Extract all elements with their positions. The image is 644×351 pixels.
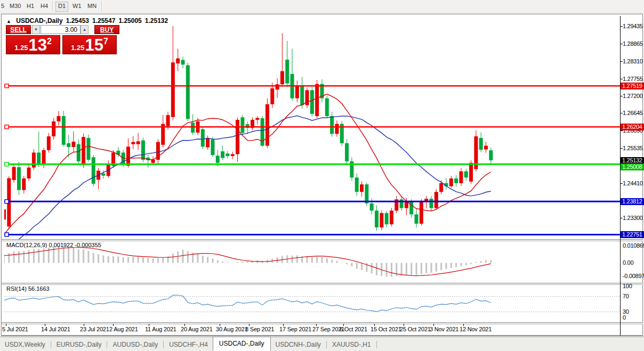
- macd-layer: [4, 246, 492, 276]
- date-axis-border: [2, 335, 643, 336]
- timeframe-w1[interactable]: W1: [70, 2, 84, 11]
- tab-separator: [163, 341, 164, 348]
- collapse-arrow-icon[interactable]: ▲: [6, 19, 11, 24]
- bid-big-digits: 13: [28, 37, 46, 53]
- volume-up-button[interactable]: ▲: [80, 25, 88, 34]
- tab-usdx-weekly[interactable]: USDX,Weekly: [0, 339, 50, 350]
- macd-scale-zero: 0.00: [623, 259, 644, 266]
- ohlc-open: 1.25453: [66, 17, 89, 25]
- ask-price-box[interactable]: 1.25 15 7: [62, 35, 117, 54]
- pane-splitter-rsi[interactable]: [2, 283, 643, 285]
- tab-separator: [51, 341, 51, 348]
- timeframe-toolbar: 5 M30 H1 H4 D1 W1 MN: [0, 0, 644, 13]
- tab-xauusd-h1[interactable]: XAUUSD-,H1: [327, 339, 376, 350]
- rsi-scale-0: 0: [623, 314, 644, 321]
- price-axis-separator: [620, 16, 621, 336]
- pane-splitter-macd[interactable]: [2, 239, 643, 241]
- ohlc-high: 1.25547: [92, 17, 115, 25]
- timeframe-d1[interactable]: D1: [55, 2, 68, 12]
- rsi-label: RSI(14) 56.1663: [6, 285, 50, 292]
- ask-prefix: 1.25: [71, 44, 84, 52]
- bid-pip-digit: 2: [47, 37, 52, 46]
- ohlc-low: 1.25005: [118, 17, 141, 25]
- macd-scale-min: -0.008974: [623, 273, 644, 279]
- chart-tab-bar: USDX,Weekly EURUSD-,Daily AUDUSD-,Daily …: [0, 337, 644, 351]
- symbol-label: USDCAD-,Daily: [16, 17, 62, 25]
- sell-button[interactable]: SELL: [6, 25, 31, 34]
- bid-prefix: 1.25: [14, 44, 28, 52]
- pane-splitter-dates: [2, 322, 643, 324]
- ohlc-close: 1.25132: [145, 17, 168, 25]
- timeframe-m5[interactable]: 5: [0, 2, 6, 11]
- tab-usdcnh-daily[interactable]: USDCNH-,Daily: [271, 339, 326, 350]
- tab-usdchf-h4[interactable]: USDCHF-,H4: [164, 339, 213, 350]
- macd-scale-max: 0.010869: [623, 242, 644, 249]
- candles-layer: [4, 26, 493, 251]
- ask-pip-digit: 7: [103, 37, 108, 46]
- timeframe-m30[interactable]: M30: [7, 2, 23, 11]
- toolbar-separator: [101, 1, 102, 11]
- tab-separator: [107, 341, 107, 348]
- timeframe-h1[interactable]: H1: [25, 2, 36, 11]
- volume-down-button[interactable]: ▼: [32, 25, 40, 34]
- timeframe-h4[interactable]: H4: [38, 2, 50, 11]
- macd-label: MACD(12,26,9) 0.001922 -0.000355: [6, 242, 101, 248]
- buy-button[interactable]: BUY: [94, 25, 119, 34]
- tab-eurusd-daily[interactable]: EURUSD-,Daily: [52, 339, 107, 350]
- timeframe-mn[interactable]: MN: [85, 2, 99, 11]
- tab-separator: [326, 341, 327, 348]
- rsi-layer: [4, 295, 620, 312]
- rsi-scale-70: 70: [623, 293, 644, 299]
- rsi-scale-100: 100: [623, 283, 644, 289]
- tab-audusd-daily[interactable]: AUDUSD-,Daily: [108, 339, 163, 350]
- volume-input[interactable]: [41, 25, 80, 34]
- toolbar-separator: [52, 1, 53, 11]
- tab-usdcad-daily[interactable]: USDCAD-,Daily: [213, 337, 271, 351]
- bid-price-box[interactable]: 1.25 13 2: [6, 35, 60, 54]
- chart-title: ▲ USDCAD-,Daily1.254531.255471.250051.25…: [6, 17, 171, 25]
- tab-separator: [376, 341, 377, 348]
- price-chart[interactable]: [4, 16, 620, 324]
- ask-big-digits: 15: [85, 37, 103, 53]
